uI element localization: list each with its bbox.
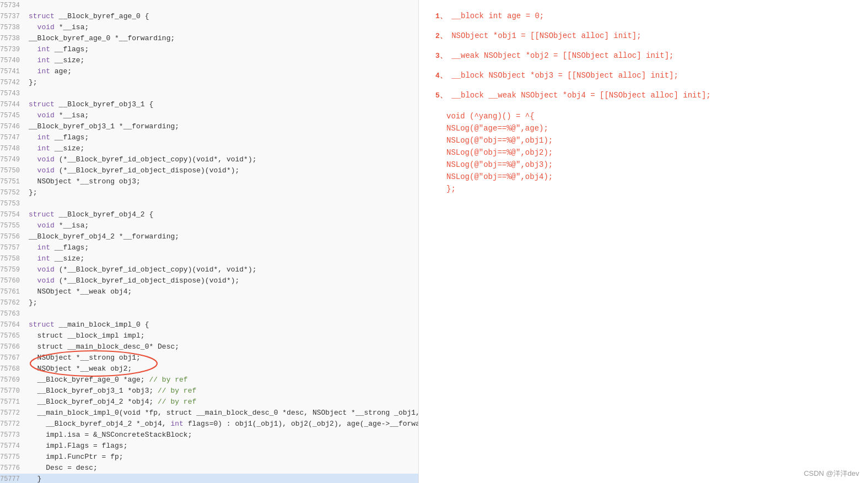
line-content: void *__isa; [26,220,418,231]
code-line: 75737struct __Block_byref_age_0 { [0,11,418,22]
line-content: struct __Block_byref_obj3_1 { [26,99,418,110]
code-line: 75757 int __flags; [0,242,418,253]
line-number: 75757 [0,242,26,253]
line-number: 75754 [0,209,26,220]
annotation-number: 2、 [435,32,447,40]
line-number: 75747 [0,132,26,143]
code-line: 75772 __Block_byref_obj4_2 *_obj4, int f… [0,419,418,430]
line-content: void *__isa; [26,22,418,33]
left-panel: 7573475737struct __Block_byref_age_0 {75… [0,0,419,483]
right-code-line: NSLog(@"obj==%@",obj1); [446,134,851,146]
line-number: 75756 [0,231,26,242]
annotation-number: 4、 [435,72,447,80]
code-line: 75741 int age; [0,66,418,77]
code-line: 75761 NSObject *__weak obj4; [0,286,418,297]
code-line: 75739 int __flags; [0,44,418,55]
line-content: int __flags; [26,44,418,55]
line-content: struct __block_impl impl; [26,330,418,341]
code-line: 75771 __Block_byref_obj4_2 *obj4; // by … [0,397,418,408]
line-content: int __size; [26,55,418,66]
line-number: 75761 [0,286,26,297]
code-line: 75749 void (*__Block_byref_id_object_cop… [0,154,418,165]
right-code-line: NSLog(@"obj==%@",obj4); [446,171,851,183]
code-line: 75738__Block_byref_age_0 *__forwarding; [0,33,418,44]
annotation-item: 4、 __block NSObject *obj3 = [[NSObject a… [435,70,851,80]
code-line: 75744struct __Block_byref_obj3_1 { [0,99,418,110]
code-line: 75758 int __size; [0,253,418,264]
annotation-item: 2、 NSObject *obj1 = [[NSObject alloc] in… [435,31,851,41]
code-line: 75760 void (*__Block_byref_id_object_dis… [0,275,418,286]
code-line: 75751 NSObject *__strong obj3; [0,176,418,187]
line-number: 75739 [0,44,26,55]
line-number: 75758 [0,253,26,264]
line-content: void *__isa; [26,110,418,121]
code-line: 75766 struct __main_block_desc_0* Desc; [0,341,418,352]
line-number: 75763 [0,308,26,319]
line-number: 75771 [0,397,26,408]
line-content: __Block_byref_age_0 *age; // by ref [26,375,418,386]
line-number: 75764 [0,319,26,330]
line-number: 75772 [0,419,26,430]
line-content: __main_block_impl_0(void *fp, struct __m… [26,408,419,419]
annotation-code: NSObject *obj1 = [[NSObject alloc] init]… [447,31,641,40]
line-content: __Block_byref_obj4_2 *__forwarding; [26,231,418,242]
code-line: 75765 struct __block_impl impl; [0,330,418,341]
code-line: 75769 __Block_byref_age_0 *age; // by re… [0,375,418,386]
line-content: __Block_byref_obj4_2 *_obj4, int flags=0… [26,419,419,430]
line-number: 75762 [0,297,26,308]
line-number: 75738 [0,22,26,33]
line-number: 75776 [0,463,26,474]
right-code-line: NSLog(@"age==%@",age); [446,122,851,134]
line-number: 75734 [0,0,26,11]
code-line: 75767 NSObject *__strong obj1; [0,352,418,363]
line-content: __Block_byref_obj3_1 *obj3; // by ref [26,386,418,397]
line-content: NSObject *__weak obj2; [26,363,418,375]
right-code-block: void (^yang)() = ^{ NSLog(@"age==%@",age… [435,110,851,195]
line-number: 75777 [0,474,26,483]
line-number: 75767 [0,352,26,363]
line-content: void (*__Block_byref_id_object_dispose)(… [26,165,418,176]
annotations-container: 1、 __block int age = 0;2、 NSObject *obj1… [435,11,851,195]
annotation-code: __block int age = 0; [447,12,544,20]
left-panel-wrapper: 7573475737struct __Block_byref_age_0 {75… [0,0,419,483]
annotation-item: 3、 __weak NSObject *obj2 = [[NSObject al… [435,51,851,61]
main-container: 7573475737struct __Block_byref_age_0 {75… [0,0,868,483]
code-line: 75774 impl.Flags = flags; [0,441,418,452]
line-number: 75755 [0,220,26,231]
line-content: }; [26,77,418,88]
code-line: 75772 __main_block_impl_0(void *fp, stru… [0,408,418,419]
line-content: }; [26,297,418,308]
line-content: impl.FuncPtr = fp; [26,452,418,463]
line-number: 75743 [0,88,26,99]
line-number: 75768 [0,363,26,375]
code-line: 75743 [0,88,418,99]
right-code-line: }; [446,183,851,195]
line-number: 75740 [0,55,26,66]
line-number: 75752 [0,187,26,198]
line-number: 75770 [0,386,26,397]
code-block: 7573475737struct __Block_byref_age_0 {75… [0,0,418,483]
code-line: 75754struct __Block_byref_obj4_2 { [0,209,418,220]
line-number: 75746 [0,121,26,132]
line-content: void (*__Block_byref_id_object_copy)(voi… [26,264,418,275]
annotation-code: __weak NSObject *obj2 = [[NSObject alloc… [447,51,674,60]
line-content: void (*__Block_byref_id_object_copy)(voi… [26,154,418,165]
code-line: 75748 int __size; [0,143,418,154]
line-number: 75751 [0,176,26,187]
annotation-code: __block __weak NSObject *obj4 = [[NSObje… [447,91,711,100]
line-content: struct __Block_byref_obj4_2 { [26,209,418,220]
line-number: 75750 [0,165,26,176]
line-number: 75741 [0,66,26,77]
code-line: 75777 } [0,474,418,483]
right-panel: 1、 __block int age = 0;2、 NSObject *obj1… [419,0,868,483]
code-line: 75773 impl.isa = &_NSConcreteStackBlock; [0,430,418,441]
line-content: int age; [26,66,418,77]
watermark: CSDN @洋洋dev [804,469,859,479]
code-line: 75745 void *__isa; [0,110,418,121]
annotation-code: __block NSObject *obj3 = [[NSObject allo… [447,71,678,80]
line-content: int __size; [26,143,418,154]
code-line: 75762}; [0,297,418,308]
code-line: 75775 impl.FuncPtr = fp; [0,452,418,463]
line-content: __Block_byref_obj4_2 *obj4; // by ref [26,397,418,408]
code-line: 75747 int __flags; [0,132,418,143]
